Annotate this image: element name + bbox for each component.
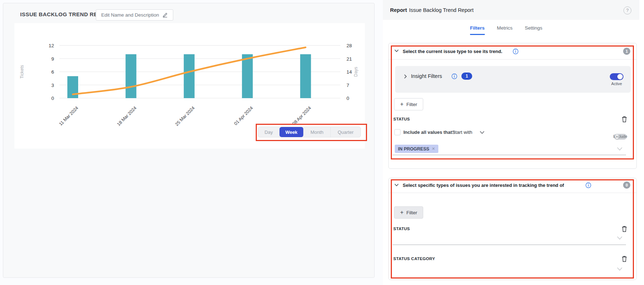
svg-text:28: 28	[346, 43, 352, 48]
field-label-status: STATUS	[393, 227, 410, 231]
panel-header-label: Report	[390, 7, 407, 13]
active-toggle-label: Active	[610, 82, 623, 86]
remove-chip-icon[interactable]: ✕	[432, 146, 435, 151]
panel-tabs: Filters Metrics Settings	[470, 25, 542, 35]
operator-select-value[interactable]: Start with	[452, 130, 472, 135]
section1-title: Select the current issue type to see its…	[403, 49, 502, 54]
status-select-underline[interactable]	[393, 155, 626, 155]
info-icon[interactable]	[513, 48, 519, 54]
panel-header-title: Issue Backlog Trend Report	[409, 7, 474, 13]
insight-filters-label: Insight Filters	[411, 73, 442, 79]
plus-icon: +	[400, 209, 403, 216]
plus-icon: +	[400, 101, 403, 108]
filter-button-label: Filter	[406, 102, 417, 107]
field-label-status-category: STATUS CATEGORY	[393, 256, 435, 261]
section2-count-badge: 0	[623, 181, 630, 189]
chevron-down-icon[interactable]	[617, 236, 623, 240]
divider	[389, 193, 636, 193]
svg-text:0: 0	[346, 96, 349, 101]
svg-text:12: 12	[49, 43, 54, 48]
chip-label: IN PROGRESS	[398, 146, 429, 152]
tab-settings[interactable]: Settings	[525, 25, 542, 35]
panel-header: Report Issue Backlog Trend Report	[383, 0, 639, 20]
delete-filter-icon[interactable]	[621, 255, 627, 262]
status-select-underline[interactable]	[393, 245, 626, 245]
section2-title: Select specific types of issues you are …	[403, 183, 564, 188]
delete-filter-icon[interactable]	[621, 116, 627, 123]
svg-text:3: 3	[51, 83, 54, 88]
include-all-values-label: Include all values that :	[403, 130, 455, 135]
include-all-values-checkbox[interactable]	[394, 129, 401, 135]
exclude-toggle-label: Exclude	[611, 134, 629, 139]
insight-filters-panel	[395, 66, 631, 93]
svg-text:11 Mar 2024: 11 Mar 2024	[58, 105, 79, 127]
info-icon[interactable]	[451, 73, 457, 79]
svg-text:6: 6	[51, 69, 54, 75]
chevron-down-icon[interactable]	[479, 131, 485, 134]
svg-text:21: 21	[346, 56, 352, 62]
toggle-knob	[617, 74, 623, 79]
svg-text:01 Apr 2024: 01 Apr 2024	[233, 105, 254, 126]
chevron-down-icon[interactable]	[394, 49, 399, 52]
add-filter-button[interactable]: + Filter	[394, 98, 423, 110]
svg-text:9: 9	[51, 56, 54, 62]
svg-text:Tickets: Tickets	[19, 65, 24, 79]
period-option-quarter[interactable]: Quarter	[331, 127, 361, 137]
period-toggle-group: Day Week Month Quarter	[258, 127, 361, 137]
info-icon[interactable]	[585, 182, 591, 188]
insight-filters-count-badge: 1	[461, 73, 472, 80]
svg-text:0: 0	[51, 96, 54, 101]
period-option-day[interactable]: Day	[258, 127, 279, 137]
filter-button-label: Filter	[406, 210, 417, 215]
help-icon[interactable]: ?	[623, 6, 631, 14]
active-toggle[interactable]	[610, 73, 623, 80]
section1-count-badge: 1	[623, 48, 630, 55]
field-label-status: STATUS	[393, 117, 410, 121]
pencil-icon	[162, 12, 168, 18]
svg-text:08 Apr 2024: 08 Apr 2024	[291, 105, 312, 126]
edit-button-label: Edit Name and Description	[101, 12, 159, 18]
chevron-down-icon[interactable]	[617, 147, 623, 151]
svg-text:18 Mar 2024: 18 Mar 2024	[116, 105, 138, 127]
tab-filters[interactable]: Filters	[470, 25, 485, 35]
edit-name-description-button[interactable]: Edit Name and Description	[96, 9, 173, 21]
divider	[389, 59, 636, 60]
delete-filter-icon[interactable]	[621, 225, 627, 232]
svg-text:25 Mar 2024: 25 Mar 2024	[174, 105, 196, 127]
chevron-down-icon[interactable]	[394, 183, 399, 187]
tab-metrics[interactable]: Metrics	[497, 25, 513, 35]
period-option-month[interactable]: Month	[304, 127, 331, 137]
svg-text:7: 7	[346, 83, 349, 88]
add-filter-button[interactable]: + Filter	[394, 206, 423, 219]
selected-value-chip[interactable]: IN PROGRESS ✕	[395, 145, 438, 153]
svg-text:Days: Days	[353, 67, 358, 76]
period-option-week[interactable]: Week	[279, 127, 304, 137]
svg-text:14: 14	[346, 69, 352, 75]
chevron-right-icon[interactable]	[404, 74, 407, 79]
section-specific-issue-types	[388, 178, 637, 280]
chevron-down-icon[interactable]	[617, 267, 623, 271]
